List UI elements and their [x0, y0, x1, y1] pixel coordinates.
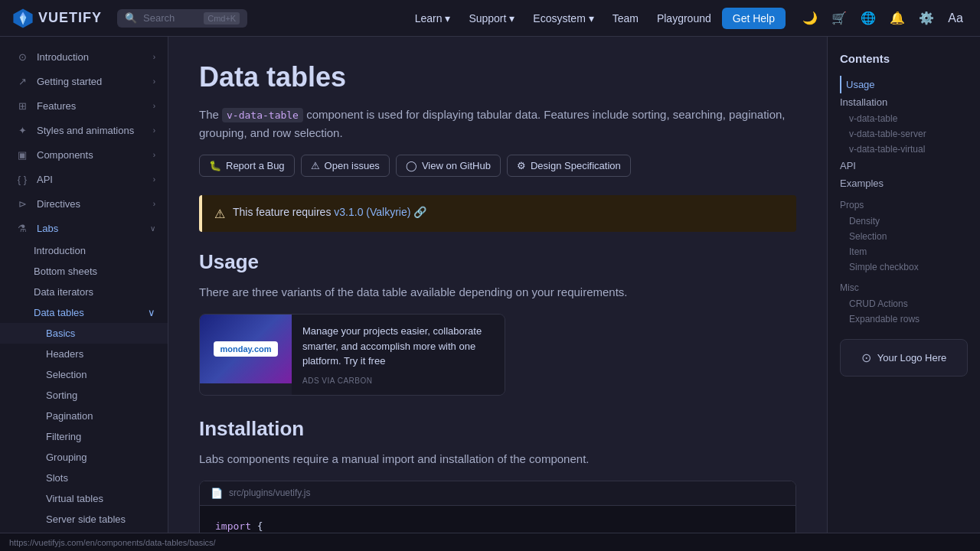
nav-links: Learn ▾ Support ▾ Ecosystem ▾ Team Playg…: [407, 8, 786, 29]
code-component: v-data-table: [222, 108, 303, 122]
code-line-1: import {: [215, 518, 780, 533]
status-bar: https://vuetifyjs.com/en/components/data…: [0, 533, 980, 551]
sidebar-sub-basics[interactable]: Basics: [0, 323, 168, 344]
introduction-icon: ⊙: [15, 50, 29, 64]
dark-mode-icon[interactable]: 🌙: [798, 6, 822, 31]
ad-card[interactable]: monday.com Manage your projects easier, …: [199, 314, 505, 396]
nav-learn[interactable]: Learn ▾: [407, 8, 459, 29]
toc-v-data-table-server[interactable]: v-data-table-server: [840, 126, 968, 142]
sponsor-logo-label: Your Logo Here: [877, 352, 947, 364]
issues-icon: ⚠: [311, 160, 320, 171]
sponsor-github-icon: ⊙: [861, 350, 871, 365]
right-sidebar: Contents Usage Installation v-data-table…: [827, 37, 980, 533]
design-spec-button[interactable]: ⚙ Design Specification: [507, 155, 631, 177]
installation-text: Labs components require a manual import …: [199, 450, 796, 468]
sidebar-sub-selection[interactable]: Selection: [0, 364, 168, 385]
styles-icon: ✦: [15, 123, 29, 137]
toc-v-data-table[interactable]: v-data-table: [840, 111, 968, 126]
topnav: VUETIFY 🔍 Search Cmd+K Learn ▾ Support ▾…: [0, 0, 980, 37]
sidebar-sub-virtual-tables[interactable]: Virtual tables: [0, 488, 168, 509]
sidebar-item-api[interactable]: { } API ›: [0, 167, 168, 191]
sidebar-sub-grouping[interactable]: Grouping: [0, 447, 168, 468]
nav-ecosystem[interactable]: Ecosystem ▾: [525, 8, 601, 29]
sidebar-item-directives-label: Directives: [37, 198, 80, 210]
nav-support[interactable]: Support ▾: [461, 8, 522, 29]
sidebar-item-directives[interactable]: ⊳ Directives ›: [0, 191, 168, 216]
page-title: Data tables: [199, 61, 796, 93]
nav-team[interactable]: Team: [605, 8, 646, 29]
usage-title: Usage: [199, 250, 796, 274]
cart-icon[interactable]: 🛒: [827, 6, 851, 31]
get-help-button[interactable]: Get Help: [722, 8, 786, 29]
sidebar-sub-data-iterators[interactable]: Data iterators: [0, 282, 168, 302]
warning-link[interactable]: v3.1.0 (Valkyrie): [334, 206, 410, 218]
logo-area[interactable]: VUETIFY: [12, 8, 102, 29]
toc-crud-actions[interactable]: CRUD Actions: [840, 296, 968, 311]
search-placeholder: Search: [143, 12, 175, 24]
warning-box: ⚠ This feature requires v3.1.0 (Valkyrie…: [199, 195, 796, 232]
account-icon[interactable]: Aa: [943, 6, 968, 31]
sidebar-item-features-label: Features: [37, 100, 76, 112]
search-shortcut: Cmd+K: [204, 12, 240, 24]
sidebar-sub-introduction[interactable]: Introduction: [0, 240, 168, 261]
report-bug-button[interactable]: 🐛 Report a Bug: [199, 155, 295, 177]
toc-expandable-rows[interactable]: Expandable rows: [840, 311, 968, 327]
vuetify-logo-icon: [12, 8, 34, 29]
bug-icon: 🐛: [209, 160, 221, 171]
chevron-api: ›: [153, 175, 155, 184]
sidebar-sub-headers[interactable]: Headers: [0, 344, 168, 364]
sidebar-sub-bottom-sheets[interactable]: Bottom sheets: [0, 261, 168, 282]
toc-examples[interactable]: Examples: [840, 174, 968, 192]
sidebar-item-features[interactable]: ⊞ Features ›: [0, 93, 168, 118]
sidebar-sub-sorting[interactable]: Sorting: [0, 385, 168, 406]
open-issues-button[interactable]: ⚠ Open issues: [301, 155, 390, 177]
notification-icon[interactable]: 🔔: [885, 6, 910, 31]
nav-playground[interactable]: Playground: [649, 8, 719, 29]
directives-icon: ⊳: [15, 197, 29, 210]
sidebar-item-labs[interactable]: ⚗ Labs ∨: [0, 216, 168, 240]
sidebar-item-getting-started[interactable]: ↗ Getting started ›: [0, 69, 168, 93]
toc-usage[interactable]: Usage: [840, 76, 968, 93]
toc-simple-checkbox[interactable]: Simple checkbox: [840, 259, 968, 275]
sidebar-sub-data-tables[interactable]: Data tables ∨: [0, 302, 168, 323]
sidebar-sub-pagination[interactable]: Pagination: [0, 406, 168, 426]
usage-text: There are three variants of the data tab…: [199, 283, 796, 302]
chevron-components: ›: [153, 151, 155, 159]
search-box[interactable]: 🔍 Search Cmd+K: [117, 9, 247, 28]
sidebar-item-styles[interactable]: ✦ Styles and animations ›: [0, 118, 168, 142]
toc-density[interactable]: Density: [840, 214, 968, 229]
chevron-styles: ›: [153, 126, 155, 135]
logo-text: VUETIFY: [38, 10, 102, 26]
search-icon: 🔍: [125, 12, 137, 24]
intro-paragraph: The v-data-table component is used for d…: [199, 106, 796, 142]
sidebar-sub-server-side[interactable]: Server side tables: [0, 509, 168, 530]
toc-installation[interactable]: Installation: [840, 93, 968, 111]
toc-api[interactable]: API: [840, 157, 968, 174]
sidebar-sub-filtering[interactable]: Filtering: [0, 426, 168, 447]
toc-selection[interactable]: Selection: [840, 229, 968, 244]
toc-item[interactable]: Item: [840, 244, 968, 259]
action-buttons: 🐛 Report a Bug ⚠ Open issues ◯ View on G…: [199, 155, 796, 177]
ad-image: monday.com: [200, 315, 292, 383]
ad-logo: monday.com: [214, 341, 277, 357]
sidebar-item-introduction-label: Introduction: [37, 51, 89, 63]
sidebar-sub-slots[interactable]: Slots: [0, 468, 168, 488]
components-icon: ▣: [15, 148, 29, 161]
toc-v-data-table-virtual[interactable]: v-data-table-virtual: [840, 142, 968, 157]
warning-text: This feature requires v3.1.0 (Valkyrie) …: [233, 206, 426, 218]
settings-icon[interactable]: ⚙️: [914, 6, 939, 31]
sidebar-item-components[interactable]: ▣ Components ›: [0, 142, 168, 167]
code-header: 📄 src/plugins/vuetify.js: [200, 481, 795, 506]
left-sidebar: ⊙ Introduction › ↗ Getting started › ⊞ F…: [0, 37, 168, 533]
chevron-features: ›: [153, 102, 155, 110]
sidebar-item-api-label: API: [37, 174, 53, 185]
sidebar-item-introduction[interactable]: ⊙ Introduction ›: [0, 44, 168, 69]
file-icon: 📄: [211, 487, 223, 499]
translate-icon[interactable]: 🌐: [856, 6, 880, 31]
design-icon: ⚙: [517, 160, 526, 171]
sponsor-logo-card[interactable]: ⊙ Your Logo Here: [840, 339, 968, 377]
chevron-labs: ∨: [150, 224, 155, 233]
view-github-button[interactable]: ◯ View on GitHub: [396, 155, 501, 177]
api-icon: { }: [15, 172, 29, 186]
sidebar-item-getting-started-label: Getting started: [37, 76, 102, 87]
